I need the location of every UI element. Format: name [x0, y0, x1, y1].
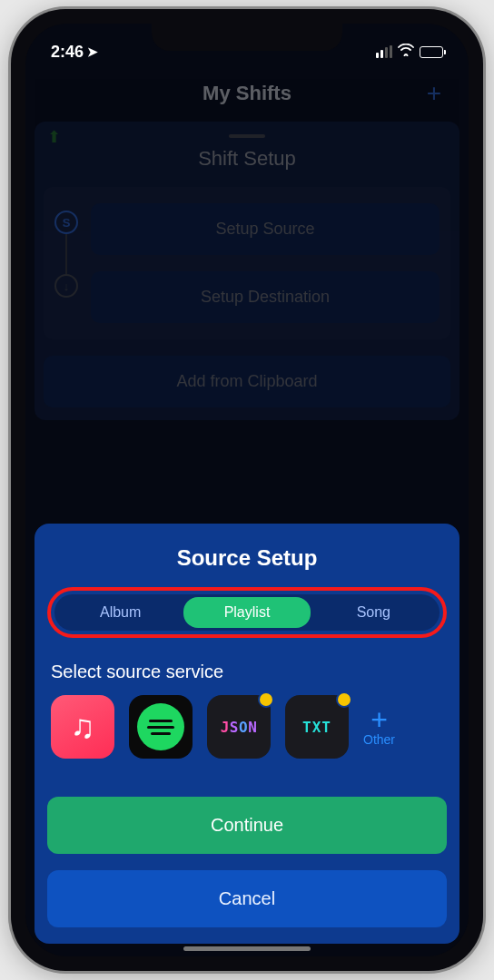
json-label: JSON	[221, 719, 258, 736]
service-apple-music[interactable]: ♫	[51, 695, 114, 759]
step-source-icon: S	[54, 211, 78, 234]
continue-button[interactable]: Continue	[47, 797, 447, 854]
segment-song[interactable]: Song	[311, 597, 437, 628]
setup-destination-button: Setup Destination	[91, 271, 440, 323]
premium-badge-icon	[258, 691, 274, 708]
step-destination-icon: ↓	[54, 274, 78, 298]
plus-icon: +	[370, 707, 388, 732]
other-label: Other	[363, 732, 395, 747]
type-segmented-control[interactable]: Album Playlist Song	[54, 594, 440, 631]
service-row: ♫ JSON TXT + Other	[47, 695, 447, 759]
premium-badge-icon	[336, 691, 352, 708]
bg-steps-card: S ↓ Setup Source Setup Destination	[44, 187, 450, 339]
wifi-icon	[398, 44, 414, 60]
service-other[interactable]: + Other	[363, 707, 395, 747]
cancel-button[interactable]: Cancel	[47, 870, 447, 927]
bg-sheet: ⬆ Shift Setup S ↓ Setup Source Setup Des…	[35, 122, 459, 420]
bg-sheet-title: Shift Setup	[44, 147, 450, 171]
segment-highlight-annotation: Album Playlist Song	[47, 587, 447, 638]
add-icon: +	[427, 79, 441, 108]
service-spotify[interactable]	[129, 695, 193, 759]
add-from-clipboard-button: Add from Clipboard	[44, 356, 450, 407]
phone-screen: 2:46 ➤ My Shifts + ⬆ Shift Setup	[25, 24, 469, 956]
bg-header-title: My Shifts	[203, 82, 291, 105]
status-time: 2:46	[51, 43, 84, 62]
segment-album[interactable]: Album	[57, 597, 183, 628]
phone-frame: 2:46 ➤ My Shifts + ⬆ Shift Setup	[11, 9, 483, 971]
spotify-icon	[137, 703, 184, 750]
notch	[152, 24, 342, 51]
battery-icon	[420, 46, 443, 58]
home-indicator[interactable]	[183, 946, 311, 951]
status-left: 2:46 ➤	[51, 43, 98, 62]
status-right	[376, 44, 443, 60]
select-service-label: Select source service	[47, 662, 447, 682]
dimmed-background: My Shifts + ⬆ Shift Setup S ↓ Setup Sour…	[25, 69, 469, 420]
service-json[interactable]: JSON	[207, 695, 271, 759]
cellular-signal-icon	[376, 45, 392, 58]
bg-header: My Shifts +	[35, 69, 459, 118]
txt-label: TXT	[302, 719, 331, 736]
step-buttons: Setup Source Setup Destination	[91, 203, 440, 323]
sheet-title: Source Setup	[47, 545, 447, 571]
source-setup-sheet: Source Setup Album Playlist Song Select …	[35, 524, 459, 944]
location-arrow-icon: ➤	[87, 44, 98, 59]
step-indicators: S ↓	[54, 203, 78, 323]
sheet-handle	[229, 134, 265, 138]
service-txt[interactable]: TXT	[285, 695, 349, 759]
share-icon: ⬆	[47, 127, 61, 147]
setup-source-button: Setup Source	[91, 203, 440, 255]
step-connector	[65, 234, 67, 274]
segment-playlist[interactable]: Playlist	[183, 597, 310, 628]
music-note-icon: ♫	[71, 708, 95, 746]
